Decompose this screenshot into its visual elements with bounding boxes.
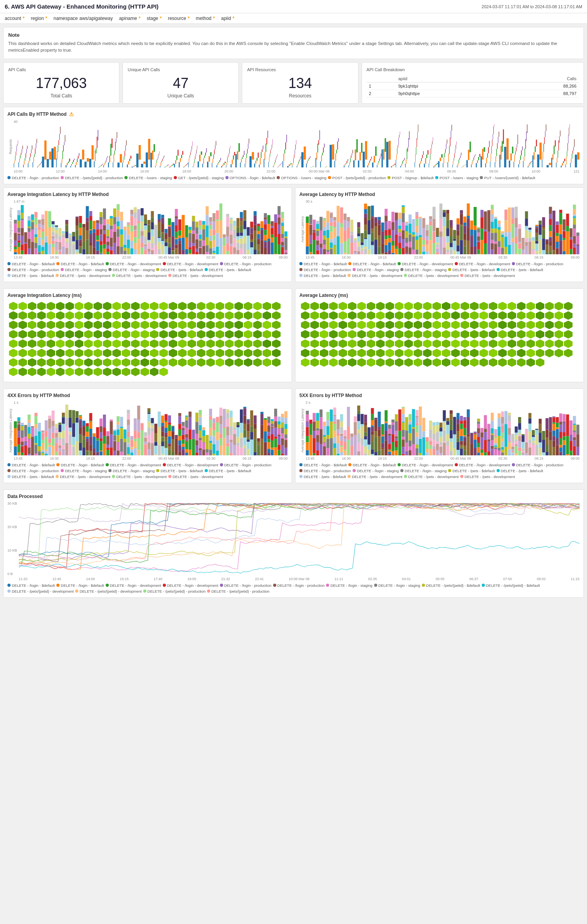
svg-rect-216	[242, 157, 243, 159]
svg-rect-1591	[17, 417, 20, 421]
svg-rect-1719	[86, 441, 89, 450]
hex-cell	[75, 321, 83, 329]
svg-rect-2018	[247, 424, 250, 431]
svg-rect-1067	[274, 214, 277, 222]
svg-rect-2283	[409, 414, 412, 420]
svg-rect-2069	[277, 444, 281, 450]
svg-rect-1199	[364, 230, 367, 238]
filter-stage[interactable]: stage *	[147, 16, 162, 21]
svg-rect-1729	[89, 421, 92, 429]
svg-rect-498	[531, 161, 532, 162]
svg-rect-1416	[481, 240, 484, 254]
svg-rect-1086	[284, 250, 288, 252]
svg-rect-1185	[357, 228, 360, 233]
legend-label: DELETE - /pets - development	[60, 273, 110, 278]
hex-cell	[216, 330, 224, 339]
svg-rect-1494	[528, 241, 531, 242]
svg-rect-105	[124, 156, 124, 160]
svg-rect-533	[569, 124, 570, 128]
svg-rect-2175	[350, 433, 353, 437]
svg-rect-1207	[367, 220, 371, 234]
svg-rect-1993	[236, 446, 239, 455]
svg-rect-1808	[137, 420, 140, 432]
x-label-7: 22:00	[266, 169, 275, 173]
svg-rect-682	[79, 216, 82, 223]
hex-cell	[140, 311, 149, 320]
svg-rect-1258	[395, 212, 398, 220]
svg-rect-1440	[494, 228, 497, 233]
legend-dot	[56, 262, 59, 265]
svg-rect-249	[274, 164, 274, 166]
svg-rect-984	[233, 229, 236, 238]
svg-rect-1959	[216, 432, 219, 440]
avg-latency-wrapper: Average Latency 30 s 13:45 16:30 19:15 2…	[299, 200, 580, 259]
legend-dot	[156, 268, 159, 271]
legend-dot	[106, 584, 109, 587]
filter-account[interactable]: account *	[5, 16, 25, 21]
filter-apiname[interactable]: apiname *	[119, 16, 140, 21]
svg-rect-856	[165, 234, 168, 239]
filter-namespace[interactable]: namespace aws/apigateway	[54, 16, 113, 21]
hex-cell	[253, 330, 262, 339]
filter-region[interactable]: region *	[31, 16, 47, 21]
svg-rect-588	[34, 224, 38, 227]
svg-rect-926	[202, 246, 205, 254]
hex-cell	[357, 358, 366, 367]
svg-rect-1668	[58, 440, 61, 445]
svg-rect-1084	[284, 253, 288, 254]
x-label-3: 14:00	[98, 169, 107, 173]
legend-dot	[348, 463, 351, 466]
svg-rect-505	[542, 159, 542, 167]
svg-rect-2574	[563, 445, 566, 455]
svg-rect-1317	[426, 240, 429, 244]
svg-rect-953	[212, 221, 216, 230]
svg-rect-221	[246, 153, 247, 158]
hex-cell	[75, 358, 83, 367]
hex-cell	[94, 311, 102, 320]
svg-rect-1271	[402, 230, 405, 239]
filter-apiid[interactable]: apiid *	[221, 16, 234, 21]
x-label-2: 12:00	[56, 169, 65, 173]
svg-rect-898	[189, 241, 192, 242]
svg-rect-1078	[281, 234, 284, 238]
svg-rect-197	[222, 165, 223, 166]
svg-rect-19	[28, 163, 28, 167]
hex-cell	[301, 349, 310, 358]
filter-method[interactable]: method *	[196, 16, 215, 21]
svg-rect-1722	[86, 431, 89, 437]
legend-dot	[326, 584, 329, 587]
hex-cell	[479, 330, 488, 339]
svg-rect-196	[221, 166, 222, 167]
svg-rect-1260	[398, 243, 402, 248]
legend-dot	[106, 262, 109, 265]
hex-cell	[65, 368, 74, 376]
svg-rect-1742	[99, 450, 103, 451]
svg-rect-2022	[250, 432, 253, 439]
filter-resource[interactable]: resource *	[168, 16, 189, 21]
svg-rect-886	[178, 230, 182, 235]
svg-rect-1457	[504, 232, 508, 236]
hex-cell	[348, 330, 357, 339]
hex-cell	[37, 321, 46, 329]
svg-rect-1001	[240, 221, 243, 226]
hex-cell	[112, 349, 121, 358]
hex-cell	[103, 302, 112, 311]
legend-item: DELETE - /login - development	[106, 583, 161, 588]
hex-cell	[28, 330, 36, 339]
svg-rect-485	[520, 155, 521, 160]
hex-cell	[329, 311, 338, 320]
svg-rect-1404	[474, 225, 477, 230]
svg-rect-834	[154, 225, 157, 225]
svg-rect-1073	[277, 206, 281, 214]
svg-rect-862	[168, 228, 171, 237]
svg-rect-2444	[494, 436, 497, 437]
svg-rect-593	[38, 245, 41, 252]
svg-rect-441	[474, 155, 475, 157]
hex-cell	[395, 340, 403, 348]
svg-rect-374	[415, 154, 416, 162]
svg-rect-1171	[350, 234, 353, 235]
svg-rect-1622	[34, 435, 38, 443]
svg-rect-2263	[402, 439, 405, 447]
svg-rect-320	[350, 158, 351, 162]
svg-rect-1124	[323, 227, 326, 230]
